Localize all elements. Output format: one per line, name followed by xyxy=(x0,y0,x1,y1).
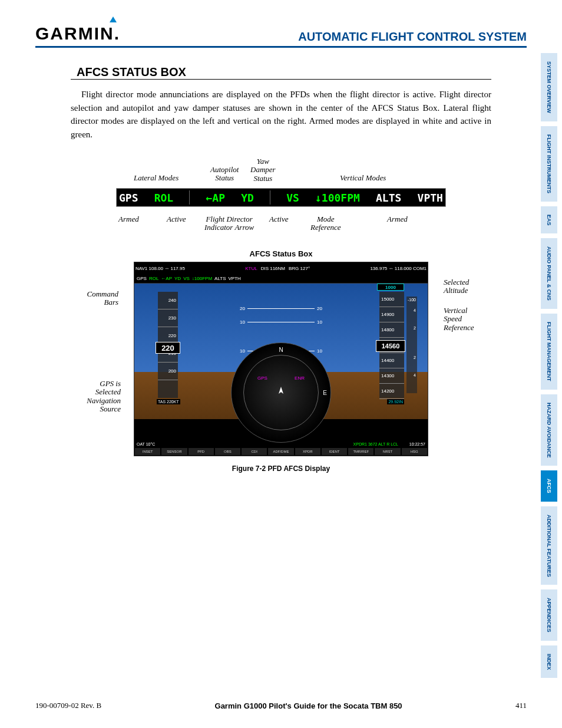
callout-vertical-modes: Vertical Modes xyxy=(340,174,386,182)
tab-index[interactable]: INDEX xyxy=(541,645,557,678)
tab-audio-panel[interactable]: AUDIO PANEL & CNS xyxy=(541,238,557,309)
page-footer: 190-00709-02 Rev. B Garmin G1000 Pilot's… xyxy=(35,701,527,710)
softkey-sensor[interactable]: SENSOR xyxy=(161,447,187,456)
footer-page: 411 xyxy=(515,701,527,710)
callout-active-right: Active xyxy=(269,215,288,223)
garmin-logo: GARMIN. xyxy=(35,24,120,44)
hsi: N E GPS ENR xyxy=(231,342,331,443)
softkey-adf[interactable]: ADF/DME xyxy=(267,447,294,456)
softkey-xpdr[interactable]: XPDR xyxy=(295,447,321,456)
tas-readout: TAS 220KT xyxy=(157,399,180,404)
tab-eas[interactable]: EAS xyxy=(541,206,557,234)
tab-appendices[interactable]: APPENDICES xyxy=(541,589,557,641)
vsi-tape: -100 4 2 2 4 xyxy=(406,297,417,393)
callout-armed-right: Armed xyxy=(387,215,408,223)
callout-command-bars: Command Bars xyxy=(83,290,118,307)
footer-title: Garmin G1000 Pilot's Guide for the Socat… xyxy=(215,701,402,710)
footer-docnum: 190-00709-02 Rev. B xyxy=(35,701,101,710)
softkey-obs[interactable]: OBS xyxy=(214,447,241,456)
tab-flight-instruments[interactable]: FLIGHT INSTRUMENTS xyxy=(541,126,557,202)
tab-flight-mgmt[interactable]: FLIGHT MANAGEMENT xyxy=(541,314,557,390)
callout-fd-arrow: Flight Director Indicator Arrow xyxy=(204,215,254,232)
tab-afcs[interactable]: AFCS xyxy=(541,470,557,502)
tab-hazard[interactable]: HAZARD AVOIDANCE xyxy=(541,394,557,466)
softkey-tmr[interactable]: TMR/REF xyxy=(348,447,374,456)
callout-yaw-damper-status: Yaw Damper Status xyxy=(250,157,276,183)
softkey-bar: INSET SENSOR PFD OBS CDI ADF/DME XPDR ID… xyxy=(134,447,428,456)
time-readout: 10:22:57 xyxy=(409,442,425,446)
pfd-afcs-status-bar: GPS ROL ←AP YD VS ↓100FPM ALTS VPTH xyxy=(134,274,428,284)
softkey-nrst[interactable]: NRST xyxy=(374,447,401,456)
softkey-ident[interactable]: IDENT xyxy=(321,447,348,456)
pfd-top-bar: NAV1 108.00 ↔ 117.95 KTUL DIS 116NM BRG … xyxy=(134,262,428,274)
callout-active-left: Active xyxy=(167,215,186,223)
section-tabs: SYSTEM OVERVIEW FLIGHT INSTRUMENTS EAS A… xyxy=(541,53,562,683)
mode-ref: ↓100FPM xyxy=(315,192,360,204)
selected-altitude-bug: 1000 xyxy=(377,284,404,291)
callout-vs-reference: Vertical Speed Reference xyxy=(444,307,481,332)
altitude-readout: 14560 xyxy=(376,340,405,352)
mode-ap: ←AP xyxy=(206,192,226,204)
callout-lateral-modes: Lateral Modes xyxy=(134,174,178,182)
figure-7-2: Lateral Modes Autopilot Status Yaw Dampe… xyxy=(92,153,470,473)
altitude-tape: 1000 15000 14900 14800 14700 14400 14300… xyxy=(379,292,404,398)
airspeed-readout: 220 xyxy=(156,342,180,354)
body-paragraph: Flight director mode annunciations are d… xyxy=(71,88,491,141)
callout-armed-left: Armed xyxy=(118,215,139,223)
tab-system-overview[interactable]: SYSTEM OVERVIEW xyxy=(541,53,557,121)
tab-additional[interactable]: ADDITIONAL FEATURES xyxy=(541,506,557,585)
callout-mode-reference: Mode Reference xyxy=(310,215,340,232)
callout-autopilot-status: Autopilot Status xyxy=(210,166,239,183)
xpdr-readout: XPDR1 3672 ALT R LCL xyxy=(353,442,398,446)
softkey-inset[interactable]: INSET xyxy=(134,447,161,456)
mode-gps: GPS xyxy=(119,192,138,204)
figure-caption: Figure 7-2 PFD AFCS Display xyxy=(92,465,470,473)
chapter-title: AUTOMATIC FLIGHT CONTROL SYSTEM xyxy=(298,30,527,44)
afcs-status-box-large: GPS ROL ←AP YD VS ↓100FPM ALTS VPTH xyxy=(116,188,446,207)
softkey-hsg[interactable]: HSG xyxy=(401,447,428,456)
page-header: GARMIN. AUTOMATIC FLIGHT CONTROL SYSTEM xyxy=(35,18,527,48)
callout-selected-altitude: Selected Altitude xyxy=(444,278,479,295)
mode-yd: YD xyxy=(241,192,254,204)
mode-vs: VS xyxy=(286,192,299,204)
baro-setting: 29.92IN xyxy=(387,399,404,404)
oat-readout: OAT 10°C xyxy=(137,442,155,446)
afcs-status-box-label: AFCS Status Box xyxy=(92,249,470,258)
pfd-display: NAV1 108.00 ↔ 117.95 KTUL DIS 116NM BRG … xyxy=(134,262,428,456)
softkey-pfd[interactable]: PFD xyxy=(188,447,214,456)
mode-alts: ALTS xyxy=(376,192,401,204)
mode-rol: ROL xyxy=(154,192,174,204)
airspeed-tape: 240 230 220 210 200 220 xyxy=(158,292,178,398)
callout-gps-source: GPS is Selected Navigation Source xyxy=(80,380,121,413)
softkey-cdi[interactable]: CDI xyxy=(241,447,267,456)
section-title: AFCS STATUS BOX xyxy=(71,65,491,80)
mode-vpth: VPTH xyxy=(418,192,443,204)
